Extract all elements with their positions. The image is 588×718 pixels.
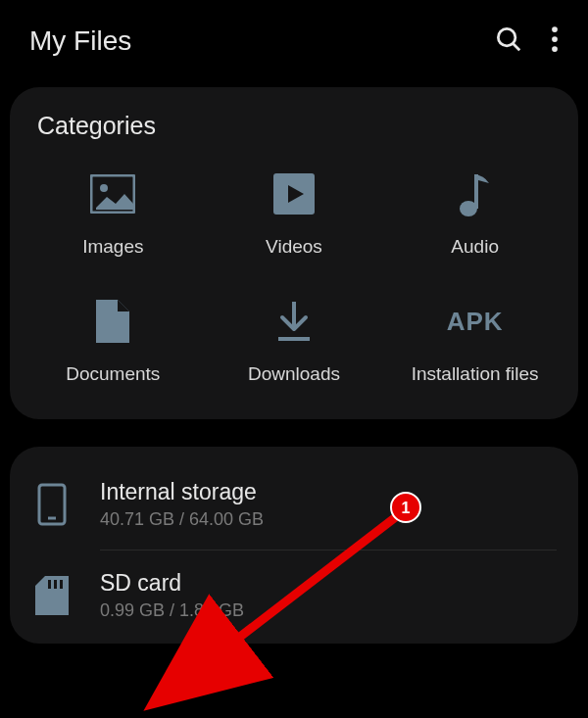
- svg-line-1: [514, 44, 520, 51]
- category-label: Images: [82, 236, 143, 258]
- apk-icon: APK: [447, 297, 504, 346]
- storage-title: SD card: [100, 570, 244, 597]
- storage-sdcard[interactable]: SD card 0.99 GB / 1.86 GB: [31, 557, 557, 634]
- download-icon: [274, 297, 314, 346]
- storage-subtitle: 40.71 GB / 64.00 GB: [100, 509, 264, 530]
- storage-title: Internal storage: [100, 479, 264, 505]
- categories-title: Categories: [27, 112, 561, 140]
- category-images[interactable]: Images: [27, 169, 199, 258]
- category-audio[interactable]: Audio: [389, 169, 561, 258]
- svg-point-2: [552, 26, 558, 32]
- categories-panel: Categories Images Videos: [10, 87, 578, 419]
- storage-subtitle: 0.99 GB / 1.86 GB: [100, 600, 244, 621]
- category-documents[interactable]: Documents: [27, 297, 199, 385]
- document-icon: [96, 297, 129, 346]
- svg-point-6: [100, 184, 108, 192]
- header-actions: [494, 24, 559, 58]
- video-icon: [273, 169, 315, 218]
- category-videos[interactable]: Videos: [209, 169, 380, 258]
- category-label: Audio: [451, 236, 499, 258]
- category-installation-files[interactable]: APK Installation files: [389, 297, 561, 385]
- sdcard-icon: [31, 576, 73, 615]
- search-icon[interactable]: [494, 24, 523, 58]
- phone-storage-icon: [31, 483, 73, 526]
- category-downloads[interactable]: Downloads: [209, 297, 380, 385]
- divider: [100, 550, 557, 550]
- audio-icon: [459, 169, 492, 218]
- page-title: My Files: [29, 25, 131, 57]
- storage-text: SD card 0.99 GB / 1.86 GB: [100, 570, 244, 621]
- app-header: My Files: [0, 0, 588, 87]
- svg-point-0: [498, 28, 515, 46]
- svg-rect-14: [48, 580, 51, 589]
- category-label: Documents: [66, 363, 160, 385]
- svg-rect-9: [474, 174, 478, 209]
- category-label: Installation files: [412, 363, 539, 385]
- svg-rect-16: [60, 580, 63, 589]
- svg-point-3: [552, 36, 558, 42]
- svg-rect-15: [54, 580, 57, 589]
- storage-text: Internal storage 40.71 GB / 64.00 GB: [100, 479, 264, 530]
- storage-panel: Internal storage 40.71 GB / 64.00 GB SD …: [10, 447, 578, 644]
- more-icon[interactable]: [551, 24, 559, 58]
- svg-point-4: [552, 46, 558, 52]
- category-label: Videos: [266, 236, 322, 258]
- category-label: Downloads: [248, 363, 340, 385]
- storage-internal[interactable]: Internal storage 40.71 GB / 64.00 GB: [31, 466, 557, 543]
- image-icon: [90, 169, 135, 218]
- categories-grid: Images Videos Audio: [27, 169, 561, 385]
